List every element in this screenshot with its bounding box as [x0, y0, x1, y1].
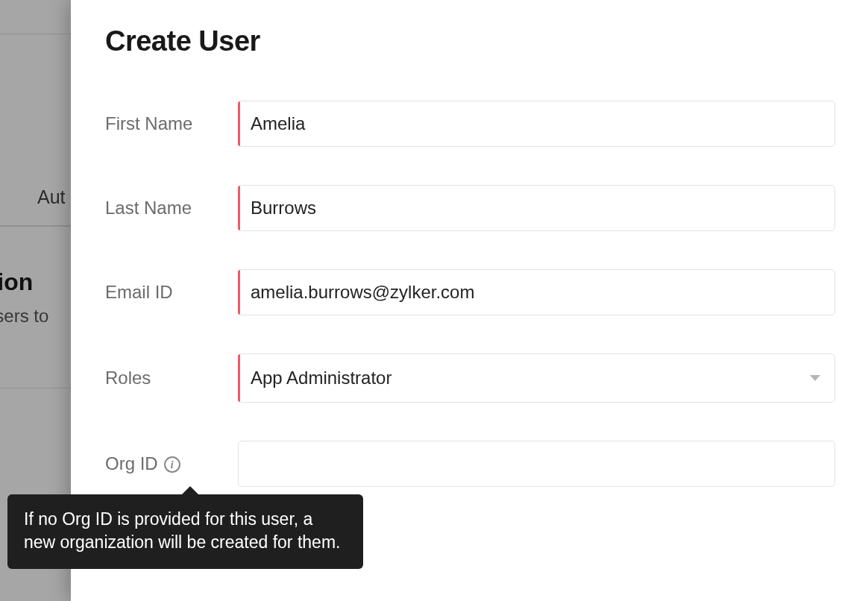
required-indicator: [238, 186, 240, 230]
required-indicator: [238, 101, 240, 146]
input-wrap-last-name: [238, 185, 835, 231]
row-email: Email ID: [105, 269, 835, 315]
roles-selected-value: App Administrator: [238, 353, 835, 403]
input-wrap-first-name: [238, 101, 835, 147]
org-id-tooltip: If no Org ID is provided for this user, …: [7, 494, 363, 569]
label-org-id-text: Org ID: [105, 453, 158, 474]
row-first-name: First Name: [105, 101, 835, 147]
label-email: Email ID: [105, 282, 238, 303]
email-input[interactable]: [238, 269, 835, 315]
tooltip-text: If no Org ID is provided for this user, …: [24, 509, 340, 552]
label-last-name: Last Name: [105, 198, 238, 218]
info-icon[interactable]: i: [164, 456, 180, 473]
tooltip-arrow: [181, 486, 199, 495]
row-last-name: Last Name: [105, 185, 835, 231]
panel-title: Create User: [105, 25, 835, 57]
org-id-input[interactable]: [238, 441, 835, 487]
input-wrap-email: [238, 269, 835, 315]
label-roles: Roles: [105, 368, 238, 388]
required-indicator: [238, 354, 240, 402]
label-org-id: Org ID i: [105, 453, 238, 474]
required-indicator: [238, 270, 240, 315]
input-wrap-org-id: [238, 441, 835, 487]
row-roles: Roles App Administrator: [105, 353, 835, 403]
first-name-input[interactable]: [238, 101, 835, 147]
roles-select[interactable]: App Administrator: [238, 353, 835, 403]
chevron-down-icon: [810, 375, 820, 381]
row-org-id: Org ID i: [105, 441, 835, 487]
label-first-name: First Name: [105, 113, 238, 134]
last-name-input[interactable]: [238, 185, 835, 231]
